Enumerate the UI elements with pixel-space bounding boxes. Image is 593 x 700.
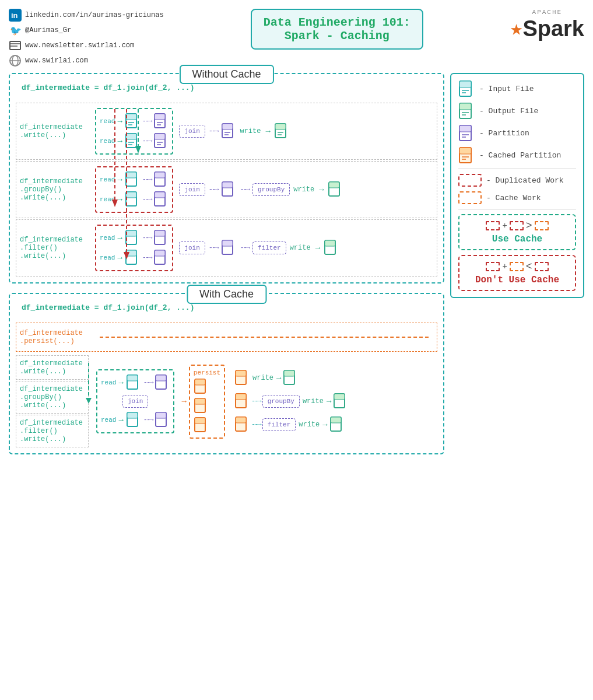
cached-out-2 [234, 393, 250, 410]
output-file-r3 [324, 239, 339, 257]
wc-row-groupby: df_intermediate.groupBy().write(...) rea… [16, 161, 437, 218]
groupby-op: groupBy [252, 183, 290, 196]
write-arrow-1: → [265, 127, 270, 136]
write-label-1: write [240, 127, 261, 135]
with-cache-label: With Cache [187, 285, 266, 304]
wc-row1-label: df_intermediate.write(...) [20, 123, 93, 139]
svg-text:🐦: 🐦 [10, 25, 22, 37]
svg-rect-73 [195, 379, 205, 385]
join-op-2: join [179, 183, 205, 196]
svg-rect-75 [195, 398, 205, 404]
twitter-row: 🐦 @Aurimas_Gr [9, 24, 164, 37]
svg-rect-23 [155, 134, 165, 139]
read-label-4: read [100, 196, 115, 203]
formula-red-box-3 [486, 262, 500, 271]
svg-rect-51 [126, 250, 136, 256]
write-arrow-2: → [319, 185, 324, 194]
twitter-icon: 🐦 [9, 24, 22, 37]
write-arrow-3: → [315, 243, 320, 253]
partition-icon-2 [153, 132, 169, 150]
cache-groupby-label: df_intermediate.groupBy().write(...) [20, 385, 83, 410]
input-file-r2-2 [125, 191, 140, 208]
filter-op-cache: filter [262, 418, 296, 431]
read-label-1: read [100, 118, 115, 125]
legend-cached-label: - Cached Partition [479, 151, 561, 160]
without-cache-rows: df_intermediate.write(...) read → --→ [16, 103, 437, 276]
wc-row2-red-box: read → --→ read → --→ [95, 166, 173, 213]
dont-cache-formula: + < [486, 261, 548, 272]
legend-dup: - Duplicated Work [458, 174, 576, 187]
svg-rect-57 [325, 240, 335, 246]
cache-groupby-out: --→ groupBy write → [234, 393, 348, 410]
legend-dup-box [458, 174, 482, 187]
persist-box-area: → persist [181, 355, 225, 447]
svg-rect-43 [222, 182, 233, 188]
header: in linkedin.com/in/aurimas-griciunas 🐦 @… [9, 9, 584, 67]
legend-area: - Input File - Output File - Partition -… [450, 73, 584, 454]
svg-rect-45 [329, 182, 339, 188]
legend-cached: - Cached Partition [458, 146, 576, 164]
formula-gt: > [526, 220, 532, 232]
svg-rect-101 [459, 125, 471, 132]
cache-partition-2 [155, 411, 170, 429]
linkedin-row: in linkedin.com/in/aurimas-griciunas [9, 9, 164, 22]
cache-read-row1: read → --→ [101, 374, 170, 391]
write-out-arrow-1: → [276, 373, 281, 383]
website-icon [9, 54, 22, 67]
partition-icon-1 [153, 113, 169, 130]
read-label-2: read [100, 138, 115, 145]
svg-rect-31 [275, 124, 286, 130]
output-file-r2 [328, 181, 343, 198]
spark-star-icon: ★ [510, 16, 523, 41]
without-cache-label: Without Cache [179, 65, 273, 84]
cache-input-2 [126, 411, 141, 429]
output-file-icon-1 [274, 123, 289, 140]
legend-partition-label: - Partition [479, 129, 529, 138]
join-op-3: join [179, 242, 205, 254]
title-line2: Spark - Caching [264, 29, 410, 43]
cache-join-label: join [101, 395, 170, 408]
formula-plus-1: + [502, 221, 507, 230]
dont-cache-box: + < Don't Use Cache [458, 255, 576, 291]
linkedin-text: linkedin.com/in/aurimas-griciunas [25, 11, 164, 19]
input-file-icon-1 [125, 113, 140, 130]
svg-rect-11 [126, 114, 136, 120]
read-label-3: read [100, 176, 115, 183]
use-cache-formula: + > [486, 220, 548, 232]
wc-row2-label: df_intermediate.groupBy().write(...) [20, 177, 93, 202]
read-row3: read → --→ [100, 171, 169, 188]
use-cache-box: + > Use Cache [458, 214, 576, 250]
persist-label: df_intermediate.persist(...) [20, 329, 93, 345]
legend-input: - Input File [458, 80, 576, 97]
input-file-r2-1 [125, 171, 140, 188]
website-row: www.swirlai.com [9, 54, 164, 67]
svg-rect-39 [126, 192, 136, 198]
svg-rect-81 [284, 370, 294, 376]
dont-cache-label: Don't Use Cache [475, 275, 559, 285]
svg-rect-65 [127, 375, 138, 381]
output-cache-2 [333, 393, 348, 410]
write-label-2: write [293, 186, 314, 194]
newsletter-icon [9, 39, 22, 52]
persist-label-box: persist [194, 369, 220, 376]
cache-input-1 [126, 374, 141, 391]
newsletter-text: www.newsletter.swirlai.com [25, 41, 134, 50]
formula-lt: < [526, 261, 532, 272]
legend-output-icon [458, 102, 475, 120]
svg-rect-37 [155, 172, 165, 178]
spark-label: Spark [522, 16, 584, 41]
with-cache-section: With Cache df_intermediate = df_1.join(d… [9, 293, 444, 454]
without-cache-section: Without Cache df_intermediate = df_1.joi… [9, 73, 444, 284]
read-row2: read → --→ [100, 132, 169, 150]
read-row6: read → --→ [100, 249, 169, 267]
svg-rect-55 [222, 240, 233, 246]
cached-out-3 [234, 416, 250, 433]
svg-rect-97 [459, 103, 471, 110]
arrow-after-join-1: --→ [209, 127, 218, 135]
wc-row1-green-box: read → --→ read → [95, 108, 173, 155]
spark-brand: ★ Spark [510, 16, 584, 41]
cache-read-row2: read → --→ [101, 411, 170, 429]
title-box: Data Engineering 101: Spark - Caching [251, 9, 423, 50]
legend-partition: - Partition [458, 124, 576, 142]
write-out-arrow-3: → [322, 420, 327, 429]
